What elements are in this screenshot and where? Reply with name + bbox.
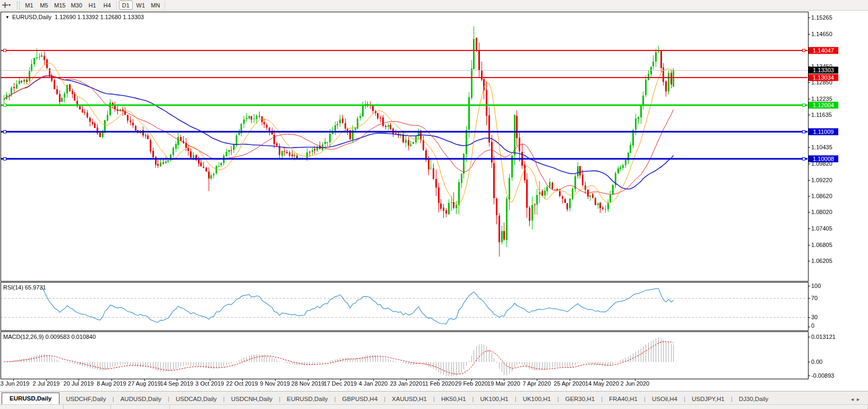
symbol-dropdown-icon[interactable]: ▼ [5, 15, 10, 20]
macd-axis-tick: 0.013121 [811, 334, 836, 340]
timeframe-button-h4[interactable]: H4 [100, 1, 114, 10]
crosshair-cursor-icon [2, 1, 8, 10]
chart-tab-bar: EURUSD,DailyUSDCHF,Daily|AUDUSD,Daily|US… [0, 391, 868, 405]
price-axis-tick: 1.09220 [811, 177, 832, 183]
chart-tab-usdcnh-daily[interactable]: USDCNH,Daily [225, 394, 279, 405]
price-axis-tick: 1.10435 [811, 144, 832, 150]
chart-pane-title[interactable]: ▼EURUSD,Daily 1.12690 1.13392 1.12680 1.… [5, 14, 144, 20]
chart-tab-usdjpy-h1[interactable]: USDJPY,H1 [685, 394, 731, 405]
chart-tab-usdchf-daily[interactable]: USDCHF,Daily [59, 394, 112, 405]
status-cell [111, 405, 170, 409]
price-axis-tick: 1.14650 [811, 31, 832, 37]
chart-symbol-label: EURUSD,Daily [12, 14, 51, 20]
hline-price-tag: 1.12004 [809, 102, 838, 109]
chart-tab-uk100-h1[interactable]: UK100,H1 [474, 394, 515, 405]
price-axis-tick: 1.12235 [811, 96, 832, 102]
date-axis-label: 2 Jun 2020 [615, 380, 655, 387]
chart-tab-dj30-daily[interactable]: DJ30,Daily [733, 394, 775, 405]
tab-scroll-right-icon[interactable]: ▸ [857, 396, 863, 402]
hline-price-tag: 1.13034 [809, 74, 838, 81]
chart-tab-usdcad-daily[interactable]: USDCAD,Daily [169, 394, 223, 405]
rsi-axis-tick: 100 [811, 283, 821, 289]
chart-tab-audusd-daily[interactable]: AUDUSD,Daily [114, 394, 168, 405]
status-cell [0, 405, 64, 409]
current-price-tag: 1.13303 [809, 67, 838, 74]
timeframe-button-h1[interactable]: H1 [85, 1, 99, 10]
timeframe-buttons: M1M5M15M30H1H4D1W1MN [22, 1, 167, 10]
timeframe-button-m1[interactable]: M1 [22, 1, 36, 10]
timeframe-button-m30[interactable]: M30 [68, 1, 84, 10]
tab-scroll-arrows: ◂▸ [851, 396, 863, 405]
chart-tab-fra40-h1[interactable]: FRA40,H1 [603, 394, 644, 405]
cursor-tool-button[interactable]: ▾ [2, 1, 16, 10]
hline-price-tag: 1.14047 [809, 47, 838, 54]
price-axis-tick: 1.07405 [811, 225, 832, 232]
tab-scroll-left-icon[interactable]: ◂ [851, 396, 857, 402]
chart-tab-xauusd-h1[interactable]: XAUUSD,H1 [385, 394, 433, 405]
chart-canvas[interactable] [0, 0, 868, 409]
toolbar-grip-handle[interactable] [17, 2, 20, 9]
chart-tab-usoil-h4[interactable]: USOil,H4 [646, 394, 684, 405]
timeframe-button-m5[interactable]: M5 [37, 1, 51, 10]
chart-tab-eurusd-daily[interactable]: EURUSD,Daily [2, 393, 59, 405]
hline-price-tag: 1.10008 [809, 156, 838, 163]
timeframe-button-mn[interactable]: MN [149, 1, 162, 10]
status-cell [64, 405, 111, 409]
status-cell [170, 405, 868, 409]
chart-tab-ger30-h1[interactable]: GER30,H1 [559, 394, 601, 405]
price-axis-tick: 1.15265 [811, 14, 832, 21]
chart-ohlc-values: 1.12690 1.13392 1.12680 1.13303 [55, 14, 144, 20]
macd-axis-tick: -0.00893 [811, 372, 834, 379]
chart-tab-hk50-h1[interactable]: HK50,H1 [435, 394, 472, 405]
timeframe-button-m15[interactable]: M15 [52, 1, 67, 10]
timeframe-toolbar: ▾ M1M5M15M30H1H4D1W1MN [0, 0, 868, 11]
timeframe-button-w1[interactable]: W1 [134, 1, 148, 10]
mt4-window: { "toolbar": { "tool_icon": "crosshair-c… [0, 0, 868, 409]
macd-axis-tick: 0.00 [811, 359, 822, 365]
timeframe-button-d1[interactable]: D1 [119, 1, 133, 10]
chart-tab-uk100-h1[interactable]: UK100,H1 [517, 394, 557, 405]
macd-indicator-label: MACD(12,26,9) 0.009583 0.010840 [3, 334, 96, 340]
toolbar-separator [116, 1, 117, 9]
rsi-axis-tick: 30 [811, 314, 818, 320]
chart-tabs: EURUSD,DailyUSDCHF,Daily|AUDUSD,Daily|US… [0, 393, 775, 405]
hline-price-tag: 1.11009 [809, 129, 838, 135]
chart-tab-eurusd-daily[interactable]: EURUSD,Daily [280, 394, 334, 405]
rsi-axis-tick: 70 [811, 295, 818, 301]
price-axis-tick: 1.08020 [811, 209, 832, 215]
chevron-down-icon: ▾ [8, 3, 11, 7]
rsi-axis-tick: 0 [811, 322, 814, 329]
status-bar [0, 404, 868, 409]
price-axis-tick: 1.06805 [811, 242, 832, 248]
price-axis-tick: 1.08620 [811, 193, 832, 199]
toolbar-separator [165, 1, 165, 9]
chart-tab-gbpusd-h4[interactable]: GBPUSD,H4 [336, 394, 384, 405]
price-axis-tick: 1.11635 [811, 112, 832, 118]
price-axis-tick: 1.06205 [811, 258, 832, 264]
rsi-indicator-label: RSI(14) 65.9731 [3, 284, 46, 291]
